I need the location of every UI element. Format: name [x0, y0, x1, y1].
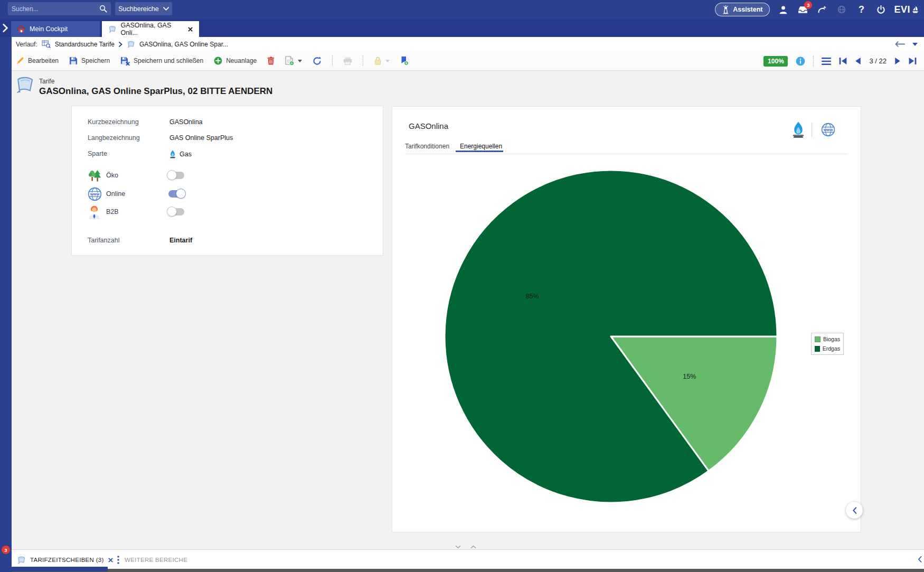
refresh-icon: [313, 57, 322, 65]
breadcrumb-link-standardsuche[interactable]: Standardsuche Tarife: [55, 41, 115, 48]
delete-button[interactable]: [267, 57, 275, 65]
info-icon[interactable]: [796, 57, 805, 66]
toolbar-separator: [332, 55, 333, 66]
b2b-toggle[interactable]: [168, 208, 184, 215]
bookmark-plus-icon: [400, 56, 409, 65]
field-value-sparte[interactable]: Gas: [169, 150, 192, 158]
field-label-langbezeichnung: Langbezeichnung: [88, 134, 140, 142]
toggle-label-oeko: Öko: [106, 172, 118, 179]
expand-up-chevron[interactable]: [470, 545, 476, 549]
field-value-langbezeichnung[interactable]: GAS Online SparPlus: [169, 134, 233, 142]
redo-icon[interactable]: [816, 3, 828, 16]
notebook-icon: [108, 25, 116, 33]
oeko-toggle[interactable]: [168, 172, 184, 179]
search-scope-label: Suchbereiche: [118, 5, 158, 13]
expand-menu-chevron[interactable]: [2, 24, 9, 32]
pencil-icon: [16, 57, 24, 65]
tab-mein-cockpit[interactable]: Mein Cockpit: [11, 21, 100, 37]
chevron-left-icon: [852, 507, 857, 514]
first-record-icon[interactable]: [839, 58, 847, 64]
create-label: Neuanlage: [226, 57, 257, 64]
history-dropdown-caret-icon[interactable]: [912, 43, 918, 46]
toggle-knob: [176, 189, 186, 199]
edit-button[interactable]: Bearbeiten: [16, 57, 59, 65]
save-label: Speichern: [81, 57, 110, 64]
toggle-label-b2b: B2B: [106, 208, 119, 215]
legend-label-biogas: Biogas: [823, 336, 840, 342]
save-close-label: Speichern und schließen: [134, 57, 203, 64]
tab-tarifkonditionen[interactable]: Tarifkonditionen: [405, 143, 449, 150]
last-record-icon[interactable]: [909, 58, 917, 64]
history-breadcrumb: Verlauf: Standardsuche Tarife GASOnlina,…: [0, 37, 924, 51]
notebook-icon: [127, 41, 135, 48]
assistant-button[interactable]: Assistent: [715, 3, 770, 16]
lock-button[interactable]: [374, 57, 390, 65]
active-tab-underline: [456, 151, 503, 152]
collapse-bottom-panel-chevron[interactable]: [918, 556, 922, 562]
toggle-knob: [167, 170, 177, 180]
help-icon[interactable]: ?: [855, 3, 868, 16]
refresh-button[interactable]: [313, 57, 322, 65]
search-scope-dropdown[interactable]: Suchbereiche: [115, 2, 172, 15]
chart-panel-title: GASOnlina: [409, 121, 448, 130]
tariff-detail-card: GASOnlina Tarifkonditionen Energiequelle…: [392, 106, 861, 532]
zoom-level-badge[interactable]: 100%: [763, 56, 788, 67]
toolbar-right-cluster: 100% 3 / 22: [763, 51, 917, 71]
assistant-label: Assistent: [733, 6, 762, 13]
print-button[interactable]: [343, 57, 352, 65]
copy-record-button[interactable]: [285, 56, 302, 65]
collapse-panel-button[interactable]: [846, 502, 863, 519]
bookmark-add-button[interactable]: [400, 56, 409, 65]
create-new-button[interactable]: Neuanlage: [214, 57, 257, 65]
trash-icon: [267, 57, 275, 65]
search-icon[interactable]: [99, 5, 107, 13]
dots-vertical-icon: [117, 556, 119, 564]
lock-icon: [374, 57, 382, 65]
field-label-kurzbezeichnung: Kurzbezeichnung: [88, 118, 139, 126]
grid-globe-icon[interactable]: [835, 3, 848, 16]
tab-gasonlina-record[interactable]: GASOnlina, GAS Onli...: [102, 21, 199, 37]
field-value-kurzbezeichnung[interactable]: GASOnlina: [169, 118, 203, 126]
left-rail: 3: [0, 19, 12, 572]
next-record-icon[interactable]: [894, 58, 901, 64]
user-icon[interactable]: [777, 3, 789, 16]
pie-slice-label-erdgas: 85%: [526, 293, 539, 300]
legend-item-biogas: Biogas: [815, 336, 840, 342]
toggle-label-online: Online: [106, 190, 125, 198]
active-bottom-tab-underline: [12, 567, 108, 571]
menu-icon[interactable]: [822, 58, 831, 65]
notification-count-badge[interactable]: 3: [2, 546, 10, 554]
breadcrumb-link-record[interactable]: GASOnlina, GAS Online Spar...: [139, 41, 228, 48]
edit-label: Bearbeiten: [28, 57, 59, 64]
gas-flame-icon: [792, 121, 805, 138]
record-position-indicator: 3 / 22: [869, 57, 887, 65]
gas-flame-icon: [169, 150, 176, 158]
printer-icon: [343, 57, 352, 65]
chart-legend: Biogas Erdgas: [811, 333, 844, 355]
field-value-tarifanzahl[interactable]: Eintarif: [169, 237, 192, 244]
plus-circle-icon: [214, 57, 222, 65]
online-toggle[interactable]: [168, 190, 184, 198]
tab-weitere-bereiche[interactable]: WEITERE BEREICHE: [117, 550, 187, 570]
tab-energiequellen[interactable]: Energiequellen: [460, 143, 502, 150]
brand-text: EVI: [894, 4, 910, 15]
collapse-down-chevron[interactable]: [455, 545, 461, 549]
b2b-person-icon: [88, 205, 101, 219]
power-icon[interactable]: [874, 3, 887, 16]
legend-swatch-biogas: [815, 336, 821, 342]
close-tab-icon[interactable]: [188, 27, 193, 32]
inbox-icon[interactable]: 3: [796, 3, 809, 16]
search-input[interactable]: [12, 5, 99, 13]
close-tab-icon[interactable]: [108, 558, 113, 562]
energy-sources-pie-chart: 15%85%: [392, 157, 862, 516]
tariff-form-card: Kurzbezeichnung GASOnlina Langbezeichnun…: [71, 106, 383, 256]
floppy-icon: [69, 57, 78, 65]
save-button[interactable]: Speichern: [69, 57, 110, 65]
panel-resize-controls: [455, 545, 476, 549]
home-icon: [17, 25, 25, 33]
tab-rule: [405, 154, 848, 154]
history-back-icon[interactable]: [895, 41, 905, 47]
save-close-button[interactable]: Speichern und schließen: [120, 57, 203, 65]
previous-record-icon[interactable]: [855, 58, 861, 64]
record-content-area: Tarife GASOnlina, GAS Online SparPlus, 0…: [0, 71, 924, 549]
